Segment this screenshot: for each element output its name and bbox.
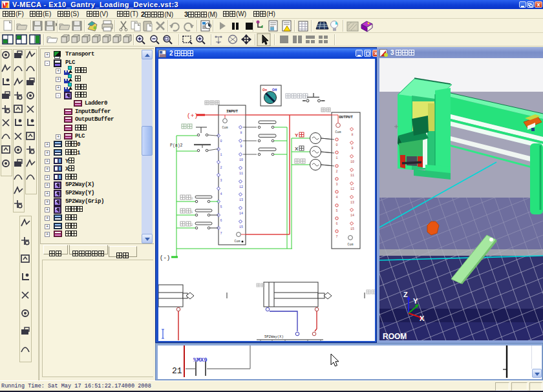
svg-text:(+): (+): [187, 112, 198, 119]
svg-text:1: 1: [191, 210, 193, 214]
svg-text:3: 3: [220, 179, 222, 183]
svg-text:0: 0: [220, 139, 222, 143]
svg-text:On: On: [262, 88, 267, 92]
svg-text:15: 15: [350, 227, 354, 231]
svg-text:11: 11: [239, 172, 243, 176]
svg-text:OUTPUT: OUTPUT: [339, 115, 353, 119]
svg-text:15: 15: [239, 225, 243, 229]
svg-text:0: 0: [335, 143, 337, 147]
svg-text:Z: Z: [403, 291, 408, 298]
svg-text:1: 1: [335, 156, 337, 160]
svg-text:6: 6: [220, 219, 222, 223]
svg-text:Com: Com: [234, 240, 240, 243]
svg-text:1: 1: [220, 153, 222, 157]
svg-text:Com: Com: [335, 130, 341, 134]
svg-text:13: 13: [239, 198, 243, 202]
svg-text:14: 14: [350, 214, 354, 218]
svg-text:2: 2: [335, 170, 337, 174]
svg-text:INPUT: INPUT: [226, 109, 238, 114]
svg-text:4: 4: [335, 196, 337, 200]
svg-text:5: 5: [220, 205, 222, 209]
svg-text:3: 3: [335, 183, 337, 187]
svg-text:6: 6: [335, 222, 337, 226]
svg-text:4: 4: [220, 192, 222, 196]
svg-text:Y: Y: [295, 132, 299, 138]
svg-text:ROOM: ROOM: [383, 332, 407, 340]
svg-text:5P2Way(X): 5P2Way(X): [264, 335, 284, 339]
svg-text:2: 2: [191, 223, 193, 227]
svg-text:Com: Com: [222, 126, 228, 130]
svg-text:8: 8: [351, 133, 353, 137]
svg-text:5: 5: [335, 209, 337, 213]
svg-text:%MX9: %MX9: [193, 357, 208, 364]
svg-text:13: 13: [350, 201, 354, 205]
svg-text:7: 7: [220, 232, 222, 236]
svg-text:X: X: [420, 315, 425, 322]
svg-text:X: X: [295, 146, 299, 152]
svg-text:10: 10: [350, 160, 354, 164]
svg-text:11: 11: [350, 174, 354, 178]
svg-text:Off: Off: [272, 88, 277, 92]
svg-text:12: 12: [239, 185, 243, 189]
svg-text:14: 14: [239, 212, 243, 216]
svg-text:10: 10: [239, 158, 243, 162]
svg-text:9: 9: [351, 147, 353, 150]
svg-text:Com: Com: [347, 243, 353, 247]
svg-text:(-): (-): [160, 255, 170, 262]
svg-text:9: 9: [240, 145, 242, 149]
svg-text:P(a)2: P(a)2: [170, 143, 183, 148]
svg-text:0: 0: [191, 196, 193, 201]
svg-text:21: 21: [172, 366, 182, 376]
svg-text:Y: Y: [413, 297, 418, 305]
svg-text:2: 2: [220, 166, 222, 170]
svg-text:7: 7: [335, 235, 337, 239]
svg-text:8: 8: [240, 131, 242, 135]
svg-text:12: 12: [350, 187, 354, 191]
